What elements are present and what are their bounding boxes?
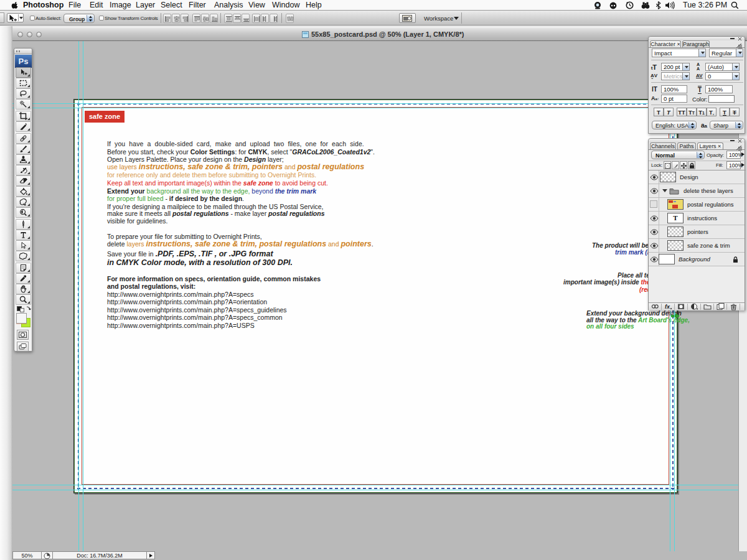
svg-text:fx: fx (665, 304, 670, 310)
